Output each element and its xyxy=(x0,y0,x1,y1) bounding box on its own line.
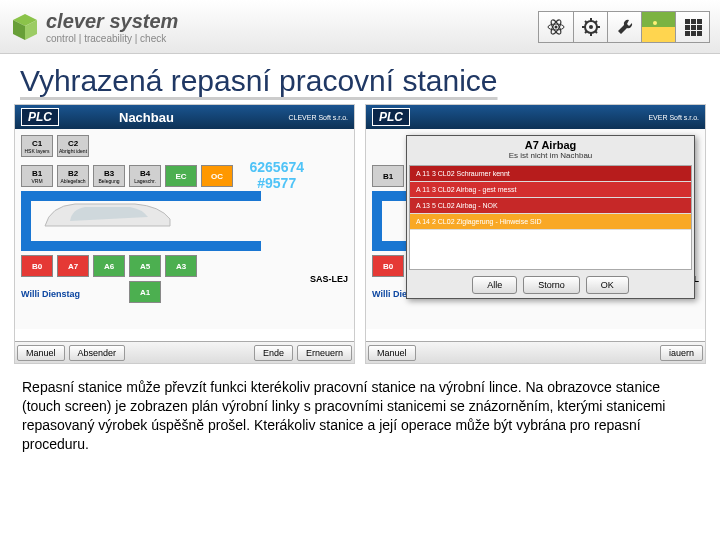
station-c1[interactable]: C1HSK layers xyxy=(21,135,53,157)
station-b1[interactable]: B1VRM xyxy=(21,165,53,187)
svg-rect-22 xyxy=(691,25,696,30)
modal-row[interactable]: A 11 3 CL02 Schraumer kennt xyxy=(410,166,691,182)
ok-button[interactable]: OK xyxy=(586,276,629,294)
station-b3[interactable]: B3Belegung xyxy=(93,165,125,187)
svg-line-15 xyxy=(585,31,587,33)
absender-button[interactable]: Absender xyxy=(69,345,126,361)
station-a7[interactable]: A7 xyxy=(57,255,89,277)
svg-rect-26 xyxy=(697,31,702,36)
station-ec[interactable]: EC xyxy=(165,165,197,187)
station-b2[interactable]: B2Ablegefach xyxy=(57,165,89,187)
erneuern-button[interactable]: Erneuern xyxy=(297,345,352,361)
svg-rect-18 xyxy=(685,19,690,24)
panel-left-title: Nachbau xyxy=(119,110,174,125)
svg-line-13 xyxy=(585,21,587,23)
modal-list: A 11 3 CL02 Schraumer kennt A 11 3 CL02 … xyxy=(409,165,692,270)
description-text: Repasní stanice může převzít funkci kter… xyxy=(0,364,720,468)
svg-rect-23 xyxy=(697,25,702,30)
plc-badge: PLC xyxy=(372,108,410,126)
svg-line-14 xyxy=(595,31,597,33)
plc-badge: PLC xyxy=(21,108,59,126)
panel-right-footer: Manuel iauern xyxy=(366,341,705,363)
brand-name: clever system xyxy=(46,10,178,33)
panel-right: PLC EVER Soft s.r.o. B1 B0 SAS-L Willi D… xyxy=(365,104,706,364)
header-toolbar xyxy=(538,11,710,43)
manuel-button-r[interactable]: Manuel xyxy=(368,345,416,361)
page-title: Vyhrazená repasní pracovní stanice xyxy=(0,54,720,104)
gear-icon[interactable] xyxy=(573,12,607,42)
svg-line-16 xyxy=(595,21,597,23)
logo-cube-icon xyxy=(10,12,40,42)
storno-button[interactable]: Storno xyxy=(523,276,580,294)
station-a6[interactable]: A6 xyxy=(93,255,125,277)
user-name: Willi Dienstag xyxy=(21,289,80,299)
modal-row[interactable]: A 14 2 CL02 Ziglagerung - Hinweise SID xyxy=(410,214,691,230)
svg-rect-20 xyxy=(697,19,702,24)
svg-rect-24 xyxy=(685,31,690,36)
brand-subtitle: control | traceability | check xyxy=(46,33,178,44)
wrench-icon[interactable] xyxy=(607,12,641,42)
station-b0-r[interactable]: B0 xyxy=(372,255,404,277)
panel-left-header: PLC Nachbau CLEVER Soft s.r.o. xyxy=(15,105,354,129)
station-oc[interactable]: OC xyxy=(201,165,233,187)
sas-label: SAS-LEJ xyxy=(310,274,348,284)
alle-button[interactable]: Alle xyxy=(472,276,517,294)
station-c2[interactable]: C2Abright ident xyxy=(57,135,89,157)
svg-rect-19 xyxy=(691,19,696,24)
station-b4[interactable]: B4Lageschr. xyxy=(129,165,161,187)
brand-logo: clever system control | traceability | c… xyxy=(10,10,178,44)
panel-right-header: PLC EVER Soft s.r.o. xyxy=(366,105,705,129)
station-b1-r[interactable]: B1 xyxy=(372,165,404,187)
station-a1[interactable]: A1 xyxy=(129,281,161,303)
svg-point-6 xyxy=(555,25,558,28)
panels-container: PLC Nachbau CLEVER Soft s.r.o. 6265674 #… xyxy=(0,104,720,364)
car-silhouette-icon xyxy=(35,191,185,251)
svg-rect-25 xyxy=(691,31,696,36)
station-a3[interactable]: A3 xyxy=(165,255,197,277)
svg-rect-21 xyxy=(685,25,690,30)
panel-left-body: 6265674 #9577 C1HSK layers C2Abright ide… xyxy=(15,129,354,329)
modal-subtitle: Es ist nicht im Nachbau xyxy=(407,151,694,163)
erneuern-button-r[interactable]: iauern xyxy=(660,345,703,361)
ende-button[interactable]: Ende xyxy=(254,345,293,361)
header-bar: clever system control | traceability | c… xyxy=(0,0,720,54)
modal-row[interactable]: A 13 5 CL02 Airbag - NOK xyxy=(410,198,691,214)
panel-header-right: EVER Soft s.r.o. xyxy=(648,114,699,121)
grid-icon[interactable] xyxy=(675,12,709,42)
picture-icon[interactable] xyxy=(641,12,675,42)
svg-point-17 xyxy=(653,21,657,25)
modal-footer: Alle Storno OK xyxy=(407,272,694,298)
product-code: 6265674 #9577 xyxy=(249,159,304,191)
panel-header-right: CLEVER Soft s.r.o. xyxy=(288,114,348,121)
panel-left: PLC Nachbau CLEVER Soft s.r.o. 6265674 #… xyxy=(14,104,355,364)
manuel-button[interactable]: Manuel xyxy=(17,345,65,361)
station-b0[interactable]: B0 xyxy=(21,255,53,277)
panel-left-footer: Manuel Absender Ende Erneuern xyxy=(15,341,354,363)
airbag-modal: A7 Airbag Es ist nicht im Nachbau A 11 3… xyxy=(406,135,695,299)
panel-right-body: B1 B0 SAS-L Willi Diens A7 Airbag Es ist… xyxy=(366,129,705,329)
svg-point-8 xyxy=(589,25,593,29)
atom-icon[interactable] xyxy=(539,12,573,42)
modal-row[interactable]: A 11 3 CL02 Airbag - gest messt xyxy=(410,182,691,198)
modal-title: A7 Airbag xyxy=(407,136,694,151)
station-a5[interactable]: A5 xyxy=(129,255,161,277)
